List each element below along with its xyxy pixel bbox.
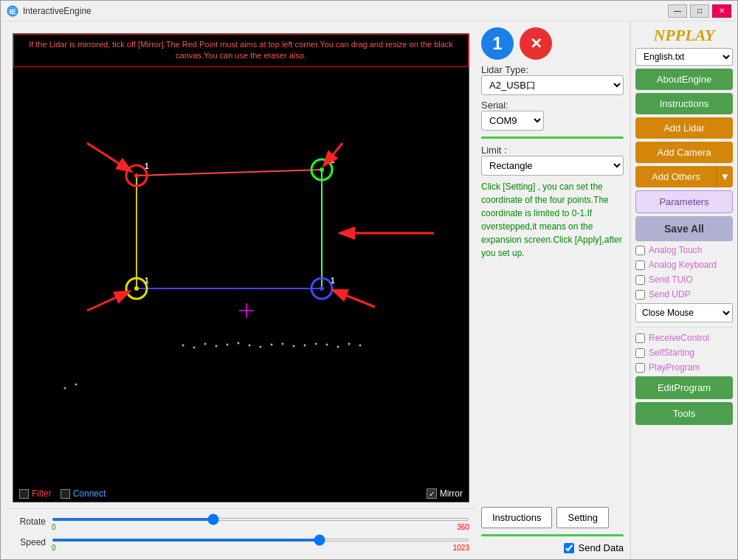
svg-line-18 [87, 143, 130, 170]
receive-control-label: ReceiveControl [649, 333, 709, 343]
play-program-checkbox[interactable]: PlayProgram [635, 362, 733, 373]
maximize-button[interactable]: □ [690, 4, 709, 18]
analog-touch-checkbox[interactable]: Analog Touch [635, 244, 733, 256]
svg-point-40 [348, 343, 351, 345]
analog-touch-label: Analog Touch [649, 245, 703, 255]
info-text: If the Lidar is mirrored, tick off [Mirr… [29, 40, 453, 60]
language-dropdown[interactable]: English.txt Chinese.txt Japanese.txt [635, 48, 733, 66]
tools-button[interactable]: Tools [635, 402, 733, 425]
close-mouse-dropdown[interactable]: Close Mouse Open Mouse [635, 303, 733, 322]
svg-text:1: 1 [145, 162, 149, 170]
bottom-controls: Rotate 0 360 Speed [7, 508, 475, 559]
serial-section: Serial: COM9 COM1 COM3 [481, 100, 624, 131]
canvas-area: If the Lidar is mirrored, tick off [Mirr… [13, 33, 469, 502]
green-bar-1 [481, 136, 624, 139]
play-program-label: PlayProgram [649, 362, 700, 373]
green-bar-2 [481, 534, 624, 536]
svg-point-31 [249, 345, 251, 347]
svg-point-26 [193, 347, 196, 349]
self-starting-label: SelfStarting [649, 348, 694, 358]
mirror-cb-box: ✓ [427, 488, 437, 499]
middle-panel: 1 ✕ Lidar Type: A2_USB口 A3_USB S1_USB [475, 21, 630, 559]
setting-button[interactable]: Setting [556, 507, 608, 528]
close-button[interactable]: ✕ [712, 4, 731, 18]
instructions-sidebar-button[interactable]: Instructions [635, 93, 733, 114]
parameters-button[interactable]: Parameters [635, 190, 733, 213]
send-data-row: Send Data [481, 542, 624, 553]
serial-label: Serial: [481, 100, 624, 111]
svg-point-16 [320, 286, 324, 291]
connect-cb-box [61, 489, 70, 499]
speed-slider[interactable] [52, 539, 469, 542]
lidar-type-label: Lidar Type: [481, 64, 624, 75]
add-others-button[interactable]: Add Others [635, 166, 717, 187]
speed-max: 1023 [453, 544, 469, 552]
right-sidebar: NPPLAY English.txt Chinese.txt Japanese.… [630, 21, 737, 559]
svg-point-27 [204, 343, 207, 345]
send-data-checkbox[interactable] [564, 543, 574, 553]
svg-text:IE: IE [10, 8, 16, 15]
minimize-button[interactable]: — [668, 4, 687, 18]
svg-line-20 [87, 292, 128, 311]
send-tuio-label: Send TUIO [649, 274, 693, 285]
add-camera-button[interactable]: Add Camera [635, 142, 733, 163]
filter-label: Filter [32, 488, 52, 499]
rotate-min: 0 [52, 523, 56, 531]
rotate-slider[interactable] [52, 518, 469, 521]
add-lidar-button[interactable]: Add Lidar [635, 117, 733, 139]
main-content: If the Lidar is mirrored, tick off [Mirr… [1, 21, 737, 559]
serial-dropdown[interactable]: COM9 COM1 COM3 [481, 111, 544, 131]
svg-point-32 [260, 346, 262, 348]
app-icon: IE [7, 5, 18, 17]
lidar-type-section: Lidar Type: A2_USB口 A3_USB S1_USB [481, 64, 624, 95]
window-controls: — □ ✕ [668, 4, 731, 18]
svg-point-37 [315, 343, 317, 345]
info-banner: If the Lidar is mirrored, tick off [Mirr… [13, 34, 469, 67]
about-engine-button[interactable]: AboutEngine [635, 69, 733, 90]
close-step-button[interactable]: ✕ [520, 27, 552, 60]
step-number: 1 [481, 27, 514, 60]
svg-point-36 [304, 345, 306, 347]
rotate-max: 360 [457, 523, 469, 531]
connect-label: Connect [73, 488, 106, 499]
connect-checkbox[interactable]: Connect [61, 488, 106, 499]
canvas-svg: 1 1 1 1 [13, 34, 469, 502]
svg-point-10 [320, 167, 324, 172]
filter-cb-box [19, 489, 29, 499]
send-udp-checkbox[interactable]: Send UDP [635, 288, 733, 300]
svg-line-2 [137, 170, 322, 176]
svg-point-29 [227, 344, 229, 346]
add-others-dropdown-button[interactable]: ▼ [717, 166, 733, 187]
speed-min: 0 [52, 544, 56, 552]
add-others-row: Add Others ▼ [635, 166, 733, 187]
titlebar: IE InteractiveEngine — □ ✕ [1, 1, 737, 21]
analog-keyboard-checkbox[interactable]: Analog Keyboard [635, 259, 733, 271]
lidar-type-dropdown[interactable]: A2_USB口 A3_USB S1_USB [481, 75, 624, 95]
svg-point-13 [134, 286, 139, 291]
filter-checkbox[interactable]: Filter [19, 488, 52, 499]
limit-section: Limit : Rectangle Circle None [481, 145, 624, 176]
svg-point-38 [326, 344, 328, 346]
svg-point-43 [75, 384, 77, 386]
limit-dropdown[interactable]: Rectangle Circle None [481, 156, 624, 176]
send-tuio-checkbox[interactable]: Send TUIO [635, 274, 733, 286]
svg-point-7 [134, 173, 139, 178]
brand-text: NPPLAY [635, 26, 733, 45]
left-section: If the Lidar is mirrored, tick off [Mirr… [1, 21, 630, 559]
speed-slider-row: Speed 0 1023 [13, 533, 469, 552]
limit-label: Limit : [481, 145, 624, 156]
window-title: InteractiveEngine [23, 6, 668, 16]
self-starting-checkbox[interactable]: SelfStarting [635, 347, 733, 359]
svg-point-41 [359, 345, 362, 347]
svg-text:1: 1 [331, 277, 335, 285]
receive-control-checkbox[interactable]: ReceiveControl [635, 332, 733, 344]
svg-point-30 [238, 342, 240, 345]
rotate-slider-row: Rotate 0 360 [13, 512, 469, 531]
edit-program-button[interactable]: EditProgram [635, 376, 733, 399]
mirror-checkbox[interactable]: ✓ Mirror [427, 488, 463, 499]
mirror-label: Mirror [440, 488, 463, 499]
step-controls: 1 ✕ [481, 27, 624, 60]
save-all-button[interactable]: Save All [635, 216, 733, 241]
svg-point-28 [215, 345, 218, 348]
instructions-button[interactable]: Instructions [481, 507, 552, 528]
